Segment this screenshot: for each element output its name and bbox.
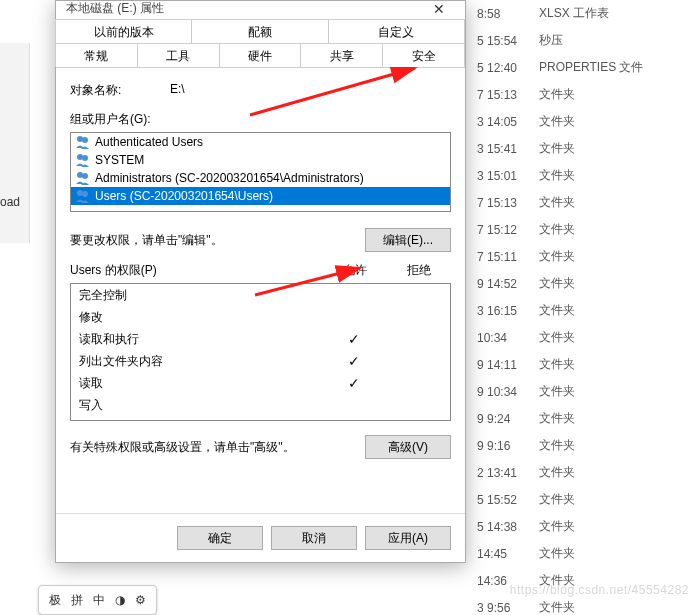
- permissions-list[interactable]: 完全控制修改读取和执行✓列出文件夹内容✓读取✓写入: [70, 283, 451, 421]
- tab-共享[interactable]: 共享: [300, 43, 383, 67]
- user-row[interactable]: SYSTEM: [71, 151, 450, 169]
- file-time: 3 16:15: [459, 304, 539, 318]
- users-icon: [75, 188, 91, 204]
- file-time: 3 9:56: [459, 601, 539, 615]
- tab-硬件[interactable]: 硬件: [219, 43, 302, 67]
- file-time: 2 13:41: [459, 466, 539, 480]
- file-type: 文件夹: [539, 140, 689, 157]
- file-row[interactable]: 7 15:13文件夹: [459, 189, 689, 216]
- file-time: 9 10:34: [459, 385, 539, 399]
- user-row[interactable]: Authenticated Users: [71, 133, 450, 151]
- user-row[interactable]: Administrators (SC-202003201654\Administ…: [71, 169, 450, 187]
- permission-row: 修改: [71, 306, 450, 328]
- advanced-button[interactable]: 高级(V): [365, 435, 451, 459]
- perm-name: 列出文件夹内容: [79, 353, 322, 370]
- ime-mode[interactable]: 拼: [71, 592, 83, 609]
- file-time: 9 9:16: [459, 439, 539, 453]
- close-button[interactable]: ✕: [419, 1, 459, 17]
- perm-allow-check: ✓: [322, 331, 386, 347]
- user-list[interactable]: Authenticated UsersSYSTEMAdministrators …: [70, 132, 451, 212]
- file-time: 9 14:52: [459, 277, 539, 291]
- file-type: 文件夹: [539, 194, 689, 211]
- ok-button[interactable]: 确定: [177, 526, 263, 550]
- tab-以前的版本[interactable]: 以前的版本: [55, 19, 192, 43]
- file-row[interactable]: 3 16:15文件夹: [459, 297, 689, 324]
- file-row[interactable]: 3 14:05文件夹: [459, 108, 689, 135]
- file-row[interactable]: 5 15:52文件夹: [459, 486, 689, 513]
- perm-allow-check: ✓: [322, 375, 386, 391]
- perm-name: 修改: [79, 309, 322, 326]
- group-label: 组或用户名(G):: [70, 111, 451, 128]
- svg-point-5: [82, 173, 88, 179]
- file-type: 文件夹: [539, 167, 689, 184]
- file-type: 秒压: [539, 32, 689, 49]
- ime-moon-icon[interactable]: ◑: [115, 593, 125, 607]
- file-row[interactable]: 7 15:11文件夹: [459, 243, 689, 270]
- svg-point-0: [77, 136, 83, 142]
- file-row[interactable]: 9 9:16文件夹: [459, 432, 689, 459]
- tab-安全[interactable]: 安全: [382, 43, 465, 67]
- file-type: 文件夹: [539, 356, 689, 373]
- file-row[interactable]: 5 15:54秒压: [459, 27, 689, 54]
- ime-gear-icon[interactable]: ⚙: [135, 593, 146, 607]
- file-row[interactable]: 10:34文件夹: [459, 324, 689, 351]
- file-row[interactable]: 3 15:01文件夹: [459, 162, 689, 189]
- user-name: Administrators (SC-202003201654\Administ…: [95, 171, 364, 185]
- file-time: 9 14:11: [459, 358, 539, 372]
- users-icon: [75, 152, 91, 168]
- file-row[interactable]: 9 10:34文件夹: [459, 378, 689, 405]
- file-type: 文件夹: [539, 329, 689, 346]
- tab-配额[interactable]: 配额: [191, 19, 328, 43]
- file-row[interactable]: 9 9:24文件夹: [459, 405, 689, 432]
- file-row[interactable]: 2 13:41文件夹: [459, 459, 689, 486]
- file-time: 7 15:13: [459, 196, 539, 210]
- file-row[interactable]: 14:45文件夹: [459, 540, 689, 567]
- security-panel: 对象名称: E:\ 组或用户名(G): Authenticated UsersS…: [56, 68, 465, 473]
- tab-自定义[interactable]: 自定义: [328, 19, 465, 43]
- users-icon: [75, 170, 91, 186]
- file-type: 文件夹: [539, 491, 689, 508]
- apply-button[interactable]: 应用(A): [365, 526, 451, 550]
- tab-工具[interactable]: 工具: [137, 43, 220, 67]
- file-type: 文件夹: [539, 437, 689, 454]
- edit-button[interactable]: 编辑(E)...: [365, 228, 451, 252]
- file-row[interactable]: 9 14:11文件夹: [459, 351, 689, 378]
- file-row[interactable]: 5 12:40PROPERTIES 文件: [459, 54, 689, 81]
- permission-row: 完全控制: [71, 284, 450, 306]
- file-time: 9 9:24: [459, 412, 539, 426]
- file-row[interactable]: 7 15:12文件夹: [459, 216, 689, 243]
- perm-label: Users 的权限(P): [70, 262, 323, 279]
- ime-mode[interactable]: 中: [93, 592, 105, 609]
- ime-mode[interactable]: 极: [49, 592, 61, 609]
- user-row[interactable]: Users (SC-202003201654\Users): [71, 187, 450, 205]
- file-row[interactable]: 3 9:56文件夹: [459, 594, 689, 615]
- file-type: 文件夹: [539, 518, 689, 535]
- file-row[interactable]: 8:58XLSX 工作表: [459, 0, 689, 27]
- permission-row: 列出文件夹内容✓: [71, 350, 450, 372]
- permission-row: 写入: [71, 394, 450, 416]
- file-type: 文件夹: [539, 275, 689, 292]
- tab-常规[interactable]: 常规: [55, 43, 138, 67]
- object-label: 对象名称:: [70, 82, 170, 99]
- svg-point-6: [77, 190, 83, 196]
- dialog-title: 本地磁盘 (E:) 属性: [66, 0, 164, 17]
- file-row[interactable]: 9 14:52文件夹: [459, 270, 689, 297]
- file-type: 文件夹: [539, 302, 689, 319]
- titlebar[interactable]: 本地磁盘 (E:) 属性 ✕: [56, 1, 465, 19]
- file-type: 文件夹: [539, 383, 689, 400]
- perm-name: 读取和执行: [79, 331, 322, 348]
- file-time: 5 15:52: [459, 493, 539, 507]
- watermark: https://blog.csdn.net/45554282: [510, 583, 689, 597]
- file-row[interactable]: 7 15:13文件夹: [459, 81, 689, 108]
- file-row[interactable]: 3 15:41文件夹: [459, 135, 689, 162]
- edit-hint: 要更改权限，请单击"编辑"。: [70, 232, 365, 249]
- perm-name: 读取: [79, 375, 322, 392]
- file-time: 7 15:13: [459, 88, 539, 102]
- file-type: 文件夹: [539, 248, 689, 265]
- svg-point-3: [82, 155, 88, 161]
- cancel-button[interactable]: 取消: [271, 526, 357, 550]
- perm-allow-check: ✓: [322, 353, 386, 369]
- ime-toolbar[interactable]: 极拼中 ◑ ⚙: [38, 585, 157, 615]
- file-time: 3 15:41: [459, 142, 539, 156]
- file-row[interactable]: 5 14:38文件夹: [459, 513, 689, 540]
